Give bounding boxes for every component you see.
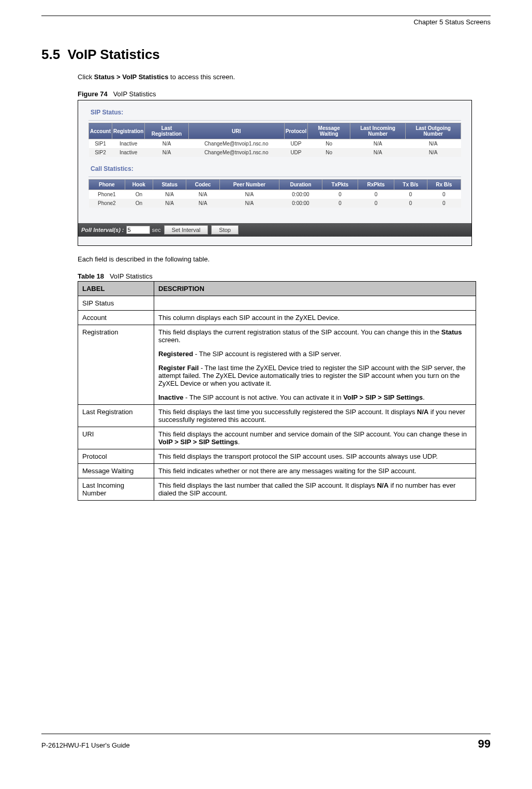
after-figure-text: Each field is described in the following… [78, 255, 491, 263]
figure-screenshot: SIP Status: Account Registration Last Re… [78, 100, 472, 246]
set-interval-button[interactable]: Set Interval [164, 225, 209, 235]
sip-th-lastout: Last Outgoing Number [406, 123, 461, 139]
table-row: Phone2 On N/A N/A N/A 0:00:00 0 0 0 0 [89, 199, 461, 208]
intro-text: Click Status > VoIP Statistics to access… [78, 73, 491, 81]
section-title: VoIP Statistics [68, 47, 160, 62]
call-stats-heading: Call Statistics: [88, 162, 461, 177]
sip-th-lastreg: Last Registration [145, 123, 188, 139]
table-caption: Table 18 VoIP Statistics [78, 272, 491, 280]
sip-th-protocol: Protocol [284, 123, 308, 139]
header-chapter: Chapter 5 Status Screens [41, 18, 491, 26]
table-row: Account This column displays each SIP ac… [78, 311, 476, 325]
call-stats-table: Phone Hook Status Codec Peer Number Dura… [88, 179, 461, 208]
sip-th-lastin: Last Incoming Number [350, 123, 406, 139]
table-row: Last Incoming Number This field displays… [78, 478, 476, 501]
table-row: SIP2 Inactive N/A ChangeMe@tnvoip1.nsc.n… [89, 148, 461, 157]
poll-interval-label: Poll Interval(s) : [81, 227, 124, 233]
sip-th-registration: Registration [112, 123, 145, 139]
table-row: Protocol This field displays the transpo… [78, 449, 476, 464]
sip-th-uri: URI [188, 123, 284, 139]
page-footer: P-2612HWU-F1 User's Guide 99 [41, 734, 491, 751]
table-row: SIP Status [78, 296, 476, 311]
section-heading: 5.5 VoIP Statistics [41, 47, 491, 63]
table-row: Message Waiting This field indicates whe… [78, 464, 476, 478]
poll-interval-input[interactable] [126, 226, 150, 234]
table-row: SIP1 Inactive N/A ChangeMe@tnvoip1.nsc.n… [89, 139, 461, 149]
table-row: Phone1 On N/A N/A N/A 0:00:00 0 0 0 0 [89, 190, 461, 199]
desc-th-description: DESCRIPTION [154, 282, 476, 296]
poll-interval-bar: Poll Interval(s) : sec Set Interval Stop [78, 223, 471, 237]
table-row: Last Registration This field displays th… [78, 405, 476, 427]
table-row: Registration This field displays the cur… [78, 325, 476, 405]
section-number: 5.5 [41, 47, 60, 62]
poll-interval-sec: sec [152, 227, 161, 233]
footer-page-number: 99 [478, 737, 491, 751]
footer-guide: P-2612HWU-F1 User's Guide [41, 741, 130, 749]
desc-th-label: LABEL [78, 282, 154, 296]
sip-status-table: Account Registration Last Registration U… [88, 123, 461, 157]
table-row: URI This field displays the account numb… [78, 427, 476, 449]
description-table: LABEL DESCRIPTION SIP Status Account Thi… [78, 281, 476, 501]
sip-th-account: Account [89, 123, 112, 139]
stop-button[interactable]: Stop [211, 225, 239, 235]
sip-status-heading: SIP Status: [88, 106, 461, 121]
sip-th-msgwait: Message Waiting [308, 123, 350, 139]
figure-caption: Figure 74 VoIP Statistics [78, 90, 491, 98]
